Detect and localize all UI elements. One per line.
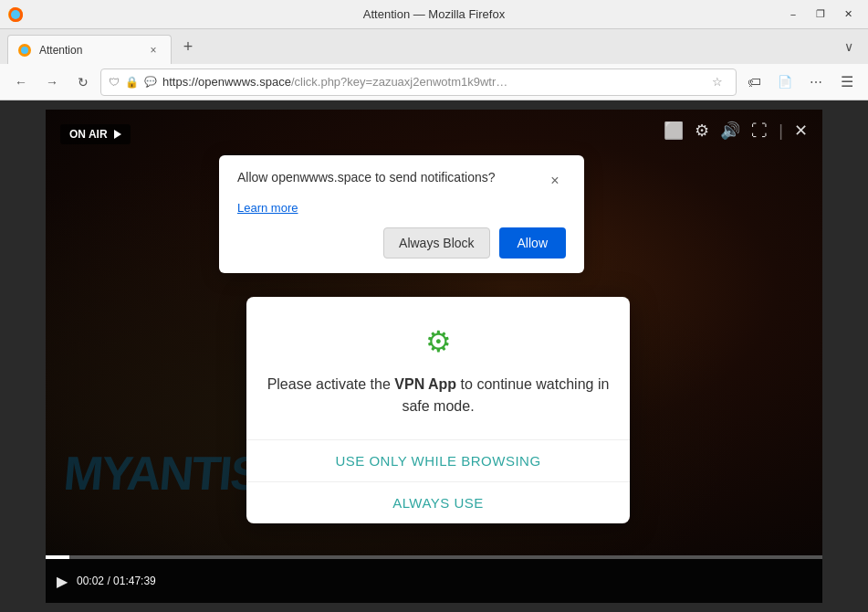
learn-more-link[interactable]: Learn more (237, 201, 566, 215)
forward-icon: → (46, 75, 58, 90)
divider: | (779, 121, 783, 141)
svg-point-1 (11, 10, 20, 19)
notification-close-button[interactable]: × (544, 170, 566, 192)
tab-favicon-icon (17, 43, 32, 58)
tracking-protection-icon: 🛡 (109, 76, 120, 89)
time-current: 00:02 (77, 575, 104, 587)
firefox-logo-icon (7, 6, 24, 23)
reader-view-button[interactable]: 📄 (771, 69, 799, 96)
restore-button[interactable]: ❐ (808, 5, 833, 25)
notification-header: Allow openwwws.space to send notificatio… (237, 170, 566, 192)
progress-bar-track[interactable] (46, 555, 822, 559)
notification-title: Allow openwwws.space to send notificatio… (237, 170, 496, 185)
notification-popup: Allow openwwws.space to send notificatio… (219, 155, 584, 273)
svg-point-3 (21, 47, 28, 54)
allow-button[interactable]: Allow (499, 227, 566, 259)
on-air-badge: ON AIR (60, 124, 131, 144)
url-text: https://openwwws.space/click.php?key=zaz… (162, 75, 701, 89)
video-overlay-controls: ⬜ ⚙ 🔊 ⛶ | ✕ (664, 121, 808, 141)
video-close-icon[interactable]: ✕ (794, 121, 808, 141)
play-pause-button[interactable]: ▶ (57, 573, 68, 590)
vpn-content: ⚙ Please activate the VPN App to continu… (246, 297, 630, 417)
navbar: ← → ↻ 🛡 🔒 💬 https://openwwws.space/click… (0, 64, 868, 100)
video-volume-icon[interactable]: 🔊 (720, 121, 740, 141)
url-path: /click.php?key=zazuaxj2enwotm1k9wtr… (291, 75, 507, 89)
close-button[interactable]: ✕ (835, 5, 861, 25)
vpn-message: Please activate the VPN App to continue … (265, 374, 612, 417)
more-tools-button[interactable]: ⋯ (802, 69, 830, 96)
vpn-settings-icon: ⚙ (265, 324, 612, 359)
toolbar-right: 🏷 📄 ⋯ ☰ (740, 69, 861, 96)
menu-button[interactable]: ☰ (833, 69, 861, 96)
window-controls: − ❐ ✕ (780, 5, 861, 25)
back-icon: ← (15, 75, 27, 90)
tab-list-button[interactable]: ∨ (837, 36, 861, 58)
active-tab[interactable]: Attention × (7, 35, 172, 64)
video-screen-icon[interactable]: ⬜ (664, 121, 684, 141)
content-area: ON AIR MYANTISPYWARE.COM ⬜ ⚙ 🔊 ⛶ | ✕ ▶ (0, 100, 868, 612)
tab-title: Attention (39, 44, 138, 57)
new-tab-button[interactable]: + (175, 34, 201, 59)
vpn-use-while-browsing-button[interactable]: USE ONLY WHILE BROWSING (246, 439, 630, 481)
time-total: 01:47:39 (113, 575, 156, 587)
always-block-button[interactable]: Always Block (383, 227, 489, 259)
minimize-button[interactable]: − (780, 5, 806, 25)
vpn-text-bold: VPN App (394, 376, 456, 392)
player-controls: ▶ 00:02 / 01:47:39 (46, 559, 822, 603)
back-button[interactable]: ← (7, 69, 35, 96)
reload-icon: ↻ (78, 75, 89, 90)
video-fullscreen-icon[interactable]: ⛶ (751, 121, 768, 141)
url-base: https://openwwws.space (162, 75, 291, 89)
vpn-popup: ⚙ Please activate the VPN App to continu… (246, 297, 630, 523)
vpn-text-before: Please activate the (267, 376, 395, 392)
notification-buttons: Always Block Allow (237, 227, 566, 259)
tab-close-button[interactable]: × (145, 42, 162, 58)
titlebar: Attention — Mozilla Firefox − ❐ ✕ (0, 0, 868, 29)
on-air-label: ON AIR (69, 128, 108, 141)
tabbar: Attention × + ∨ (0, 29, 868, 64)
notification-icon: 💬 (144, 76, 157, 88)
progress-bar-fill (46, 555, 69, 559)
play-triangle-icon (114, 130, 121, 139)
lock-icon: 🔒 (125, 76, 139, 89)
forward-button[interactable]: → (38, 69, 66, 96)
vpn-always-use-button[interactable]: ALWAYS USE (246, 481, 630, 523)
video-settings-icon[interactable]: ⚙ (695, 121, 709, 141)
bookmark-icon[interactable]: ☆ (706, 71, 728, 93)
window-title: Attention — Mozilla Firefox (363, 7, 505, 21)
reload-button[interactable]: ↻ (69, 69, 97, 96)
address-bar[interactable]: 🛡 🔒 💬 https://openwwws.space/click.php?k… (100, 69, 737, 96)
pocket-button[interactable]: 🏷 (740, 69, 768, 96)
time-display: 00:02 / 01:47:39 (77, 575, 156, 587)
